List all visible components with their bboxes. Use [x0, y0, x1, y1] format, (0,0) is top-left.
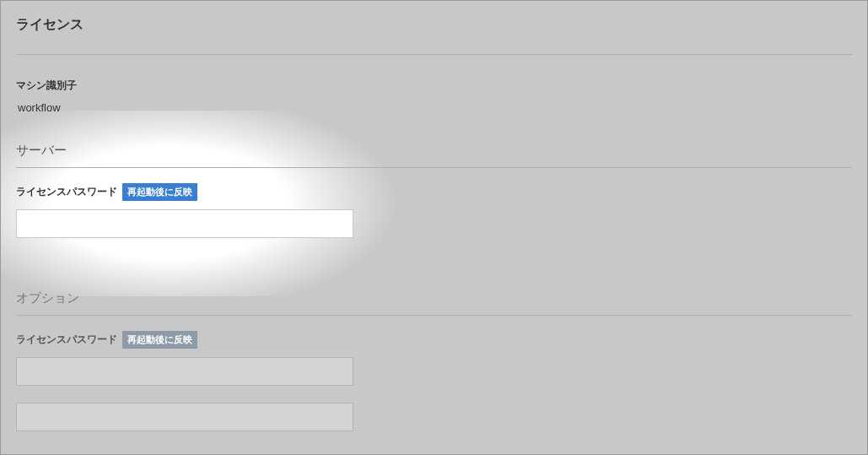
option-section: オプション ライセンスパスワード 再起動後に反映 [16, 290, 852, 431]
option-heading: オプション [16, 290, 852, 315]
option-second-input [16, 403, 353, 431]
machine-id-value: workflow [16, 101, 852, 114]
server-heading: サーバー [16, 143, 852, 167]
option-restart-badge: 再起動後に反映 [122, 331, 197, 349]
server-divider [16, 167, 852, 168]
machine-id-label: マシン識別子 [16, 79, 852, 93]
option-license-password-input [16, 357, 353, 386]
server-license-label-row: ライセンスパスワード 再起動後に反映 [16, 183, 852, 201]
server-section: サーバー ライセンスパスワード 再起動後に反映 [16, 143, 852, 238]
page-title: ライセンス [16, 1, 852, 54]
server-restart-badge: 再起動後に反映 [122, 183, 197, 201]
option-divider [16, 315, 852, 316]
option-license-label: ライセンスパスワード [16, 333, 117, 347]
server-license-password-input[interactable] [16, 209, 353, 238]
server-license-label: ライセンスパスワード [16, 185, 117, 199]
title-divider [16, 54, 852, 55]
option-license-label-row: ライセンスパスワード 再起動後に反映 [16, 331, 852, 349]
